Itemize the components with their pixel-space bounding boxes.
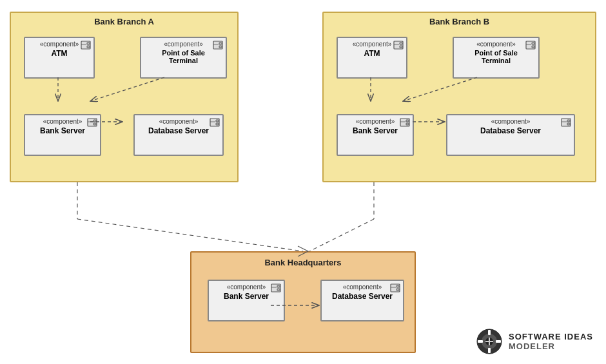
branch-a-label: Bank Branch A (94, 17, 154, 26)
pos-b-component: «component» Point of SaleTerminal (453, 37, 540, 79)
bs-b-name: Bank Server (338, 126, 413, 135)
bs-hq-name: Bank Server (209, 292, 284, 301)
atm-a-component: «component» ATM (24, 37, 95, 79)
svg-rect-26 (406, 123, 409, 125)
component-icon-atm-a (81, 41, 91, 50)
svg-rect-54 (488, 330, 491, 335)
svg-line-49 (309, 219, 374, 251)
atm-a-name: ATM (25, 49, 93, 58)
svg-rect-9 (93, 120, 96, 122)
hq-container: Bank Headquarters «component» Bank Serve… (190, 251, 416, 353)
bankserver-hq-component: «component» Bank Server (208, 280, 285, 321)
logo-icon (476, 329, 502, 354)
svg-rect-57 (496, 340, 501, 343)
dbserver-b-component: «component» Database Server (446, 114, 575, 156)
bankserver-a-component: «component» Bank Server (24, 114, 101, 156)
atm-b-name: ATM (338, 49, 406, 58)
logo-line2: MODELER (509, 341, 593, 351)
diagram-area: Bank Branch A «component» ATM (0, 0, 606, 364)
component-icon-bs-hq (271, 283, 281, 292)
svg-rect-22 (532, 46, 534, 48)
bankserver-b-component: «component» Bank Server (337, 114, 414, 156)
svg-rect-34 (277, 289, 280, 291)
svg-rect-10 (93, 123, 96, 125)
svg-rect-25 (406, 120, 409, 122)
branch-b-container: Bank Branch B «component» ATM (322, 12, 596, 182)
svg-rect-30 (567, 123, 570, 125)
svg-rect-59 (489, 338, 490, 345)
svg-rect-2 (87, 46, 90, 48)
svg-rect-5 (219, 43, 222, 44)
svg-rect-55 (488, 348, 491, 353)
bs-a-name: Bank Server (25, 126, 100, 135)
svg-rect-56 (478, 340, 483, 343)
component-icon-db-a (210, 118, 220, 127)
svg-rect-38 (396, 289, 399, 291)
svg-rect-1 (87, 43, 90, 44)
component-icon-bs-b (400, 118, 410, 127)
hq-label: Bank Headquarters (264, 258, 341, 267)
pos-b-name: Point of SaleTerminal (454, 49, 538, 64)
svg-rect-37 (396, 285, 399, 287)
pos-a-name: Point of SaleTerminal (141, 49, 226, 64)
svg-rect-13 (216, 120, 219, 122)
svg-rect-6 (219, 46, 222, 48)
db-a-name: Database Server (135, 126, 222, 135)
component-icon-bs-a (87, 118, 97, 127)
atm-b-component: «component» ATM (337, 37, 407, 79)
component-icon-pos-a (213, 41, 223, 50)
db-hq-name: Database Server (322, 292, 403, 301)
svg-rect-29 (567, 120, 570, 122)
svg-rect-14 (216, 123, 219, 125)
component-icon-db-hq (390, 283, 400, 292)
svg-rect-17 (400, 43, 402, 44)
svg-line-47 (77, 219, 303, 251)
db-b-stereotype: «component» (447, 118, 574, 125)
logo-area: SOFTWARE IDEAS MODELER (476, 329, 593, 354)
pos-a-component: «component» Point of SaleTerminal (140, 37, 227, 79)
component-icon-pos-b (525, 41, 536, 50)
branch-a-container: Bank Branch A «component» ATM (10, 12, 239, 182)
component-icon-atm-b (393, 41, 404, 50)
dbserver-hq-component: «component» Database Server (320, 280, 404, 321)
logo-line1: SOFTWARE IDEAS (509, 332, 593, 341)
svg-rect-33 (277, 285, 280, 287)
component-icon-db-b (561, 118, 571, 127)
db-b-name: Database Server (447, 126, 574, 135)
logo-text: SOFTWARE IDEAS MODELER (509, 332, 593, 351)
svg-rect-18 (400, 46, 402, 48)
dbserver-a-component: «component» Database Server (133, 114, 224, 156)
branch-b-label: Bank Branch B (429, 17, 489, 26)
svg-rect-21 (532, 43, 534, 44)
